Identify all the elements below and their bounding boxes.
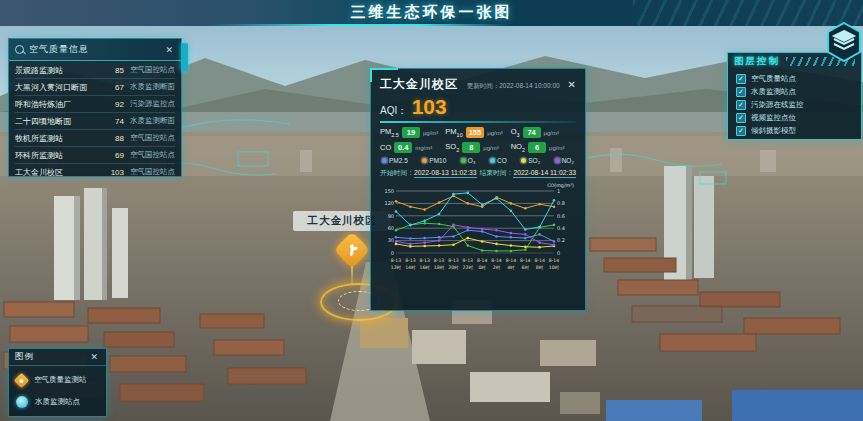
station-row[interactable]: 牧机所监测站88空气国控站点: [15, 130, 175, 147]
svg-text:0.2: 0.2: [557, 237, 565, 243]
station-name: 二十四顷地断面: [15, 116, 102, 127]
layer-items: ✓空气质量站点✓水质监测站点✓污染源在线监控✓视频监控点位✓倾斜摄影模型: [728, 70, 861, 139]
pollutant-value-badge: 19: [402, 127, 420, 138]
svg-text:8-13: 8-13: [420, 258, 431, 263]
aqi-label: AQI：: [380, 105, 407, 116]
svg-text:120: 120: [384, 200, 394, 206]
station-desc: 空气国控站点: [130, 167, 175, 177]
popup-close-icon[interactable]: ✕: [568, 79, 576, 90]
pollutant-unit: μg/m³: [483, 145, 498, 151]
layer-item[interactable]: ✓倾斜摄影模型: [736, 124, 853, 137]
layer-item[interactable]: ✓水质监测站点: [736, 85, 853, 98]
series-legend-label: SO₂: [528, 157, 540, 164]
series-legend-label: NO₂: [562, 157, 574, 164]
map-legend-panel: 图例 ✕ 空气质量监测站水质监测站点: [8, 348, 107, 417]
legend-dot-icon: [490, 158, 495, 163]
checkbox-icon[interactable]: ✓: [736, 74, 746, 84]
pollutant-cell: PM2.519μg/m³: [380, 127, 445, 138]
station-desc: 空气国控站点: [130, 150, 175, 160]
legend-dot-icon: [555, 158, 560, 163]
svg-text:8时: 8时: [536, 265, 544, 270]
pollutant-value-badge: 74: [523, 127, 541, 138]
station-name: 牧机所监测站: [15, 133, 102, 144]
legend-panel-close-icon[interactable]: ✕: [88, 352, 100, 362]
start-time-input[interactable]: 2022-08-13 11:02:33: [414, 169, 477, 178]
station-desc: 空气国控站点: [130, 133, 175, 143]
station-name: 呼和浩特炼油厂: [15, 99, 102, 110]
divider: [380, 121, 576, 123]
series-legend-item[interactable]: NO₂: [555, 157, 574, 164]
layers-hexagon-icon[interactable]: [826, 22, 862, 62]
checkbox-icon[interactable]: ✓: [736, 87, 746, 97]
pollutant-value-badge: 6: [528, 142, 546, 153]
station-row[interactable]: 景观路监测站85空气国控站点: [15, 62, 175, 79]
station-name: 景观路监测站: [15, 65, 102, 76]
start-time-group[interactable]: 开始时间：2022-08-13 11:02:33: [380, 168, 477, 178]
series-legend-label: PM10: [429, 157, 446, 164]
air-station-icon: [14, 372, 30, 388]
layer-item[interactable]: ✓污染源在线监控: [736, 98, 853, 111]
end-time-input[interactable]: 2022-08-14 11:02:33: [513, 169, 576, 178]
station-list-panel: 空气质量信息 ✕ 景观路监测站85空气国控站点大黑河入黄河口断面67水质监测断面…: [8, 38, 182, 177]
layer-item[interactable]: ✓视频监控点位: [736, 111, 853, 124]
station-row[interactable]: 呼和浩特炼油厂92污染源监控点: [15, 96, 175, 113]
svg-text:30: 30: [388, 237, 394, 243]
layer-item-label: 空气质量站点: [751, 74, 796, 84]
header-bar: 三维生态环保一张图: [0, 0, 863, 26]
legend-item-label: 空气质量监测站: [34, 375, 87, 385]
end-time-group[interactable]: 结束时间：2022-08-14 11:02:33: [479, 168, 576, 178]
pollutant-unit: μg/m³: [423, 130, 438, 136]
svg-text:8-14: 8-14: [534, 258, 545, 263]
series-legend-item[interactable]: O₃: [461, 157, 476, 164]
svg-text:22时: 22时: [463, 265, 474, 270]
svg-text:8-14: 8-14: [549, 258, 560, 263]
station-detail-popup: 工大金川校区 更新时间：2022-08-14 10:00:00 ✕ AQI： 1…: [370, 68, 586, 311]
update-time-value: 2022-08-14 10:00:00: [499, 82, 559, 89]
layer-control-panel: 图层控制 ✓空气质量站点✓水质监测站点✓污染源在线监控✓视频监控点位✓倾斜摄影模…: [727, 52, 862, 140]
svg-text:150: 150: [384, 188, 394, 194]
svg-text:0: 0: [557, 250, 560, 256]
layer-panel-title: 图层控制: [734, 55, 780, 68]
start-time-label: 开始时间：: [380, 169, 414, 176]
series-legend-item[interactable]: CO: [490, 157, 507, 164]
end-time-label: 结束时间：: [479, 169, 513, 176]
svg-text:0时: 0时: [478, 265, 486, 270]
station-row[interactable]: 大黑河入黄河口断面67水质监测断面: [15, 79, 175, 96]
checkbox-icon[interactable]: ✓: [736, 100, 746, 110]
panel-collapse-tab[interactable]: [181, 43, 188, 71]
search-icon[interactable]: [15, 45, 24, 54]
svg-text:20时: 20时: [448, 265, 459, 270]
layer-item-label: 污染源在线监控: [751, 100, 804, 110]
pollutant-value-badge: 155: [466, 127, 485, 138]
checkbox-icon[interactable]: ✓: [736, 126, 746, 136]
pollutant-unit: μg/m³: [544, 130, 559, 136]
station-row[interactable]: 二十四顷地断面74水质监测断面: [15, 113, 175, 130]
station-name: 工大金川校区: [15, 167, 102, 178]
popup-title: 工大金川校区: [380, 76, 458, 93]
station-desc: 水质监测断面: [130, 116, 175, 126]
station-row[interactable]: 工大金川校区103空气国控站点: [15, 164, 175, 180]
aqi-value: 103: [412, 95, 447, 118]
pollutant-cell: PM10155μg/m³: [445, 127, 510, 138]
svg-text:60: 60: [388, 225, 394, 231]
legend-dot-icon: [382, 158, 387, 163]
popup-update-time: 更新时间：2022-08-14 10:00:00: [458, 82, 560, 91]
series-legend-item[interactable]: PM2.5: [382, 157, 408, 164]
series-legend-item[interactable]: SO₂: [521, 157, 540, 164]
station-row[interactable]: 环科所监测站69空气国控站点: [15, 147, 175, 164]
svg-text:CO(mg/m³): CO(mg/m³): [547, 183, 574, 188]
legend-dot-icon: [521, 158, 526, 163]
series-legend-item[interactable]: PM10: [422, 157, 446, 164]
station-list-close-icon[interactable]: ✕: [163, 45, 175, 55]
station-value: 69: [102, 151, 124, 160]
checkbox-icon[interactable]: ✓: [736, 113, 746, 123]
svg-text:8-13: 8-13: [434, 258, 445, 263]
pollutant-name: CO: [380, 143, 391, 152]
app-root: { "header": { "title": "三维生态环保一张图" }, "i…: [0, 0, 863, 421]
pollutant-name: O3: [511, 127, 520, 138]
svg-text:0.6: 0.6: [557, 213, 565, 219]
pollutant-cell: SO28μg/m³: [445, 142, 510, 153]
station-value: 74: [102, 117, 124, 126]
svg-text:0: 0: [391, 250, 394, 256]
layer-item[interactable]: ✓空气质量站点: [736, 72, 853, 85]
